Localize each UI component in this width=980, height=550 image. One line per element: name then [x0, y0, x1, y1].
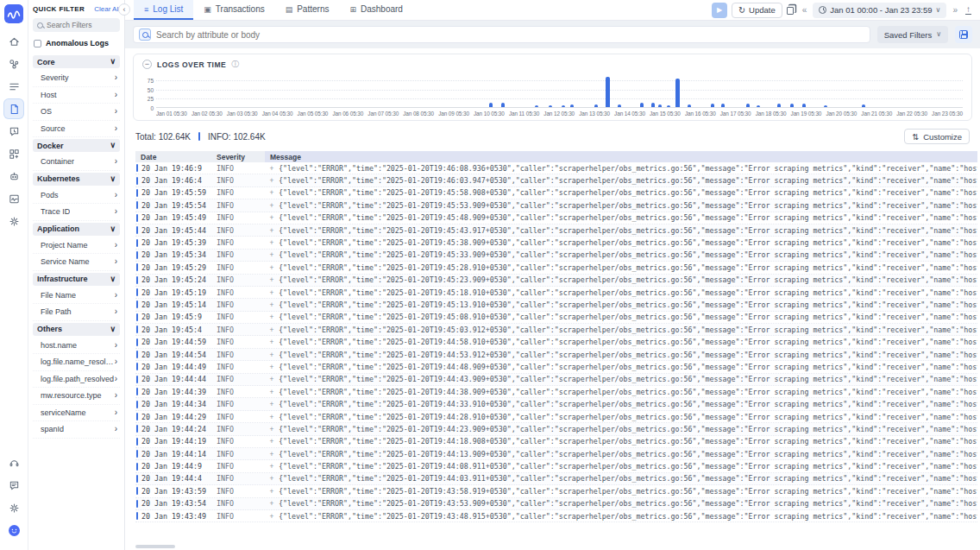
expand-icon[interactable]: +: [265, 413, 279, 421]
chart-bar[interactable]: [489, 103, 493, 107]
log-row[interactable]: 20 Jan 19:43:49INFO+{"level":"ERROR","ti…: [135, 510, 977, 522]
saved-filters-dropdown[interactable]: Saved Filters ∨: [877, 26, 948, 43]
filter-item-log-file-path-resolved[interactable]: log.file.path_resolved›: [33, 371, 120, 389]
chart-bar[interactable]: [862, 104, 865, 107]
support-icon[interactable]: [4, 453, 23, 472]
log-row[interactable]: 20 Jan 19:45:54INFO+{"level":"ERROR","ti…: [135, 199, 977, 212]
log-row[interactable]: 20 Jan 19:45:49INFO+{"level":"ERROR","ti…: [135, 212, 977, 224]
log-search-icon[interactable]: [4, 99, 23, 118]
chart-bar[interactable]: [688, 104, 691, 107]
expand-icon[interactable]: +: [265, 176, 279, 185]
log-row[interactable]: 20 Jan 19:44:14INFO+{"level":"ERROR","ti…: [135, 448, 977, 460]
chart-bar[interactable]: [667, 105, 670, 107]
chart-bar[interactable]: [746, 104, 750, 107]
expand-icon[interactable]: +: [265, 326, 279, 334]
logs-icon[interactable]: [4, 77, 23, 96]
chart-bar[interactable]: [570, 104, 574, 107]
filter-section-application[interactable]: Application∨: [33, 223, 120, 236]
advanced-settings-icon[interactable]: [4, 212, 23, 231]
log-row[interactable]: 20 Jan 19:44:39INFO+{"level":"ERROR","ti…: [135, 386, 977, 398]
chart-bar[interactable]: [777, 104, 781, 107]
expand-icon[interactable]: +: [265, 188, 279, 197]
chart-bar[interactable]: [675, 79, 680, 107]
filter-item-host[interactable]: Host›: [33, 87, 120, 104]
log-row[interactable]: 20 Jan 19:45:34INFO+{"level":"ERROR","ti…: [135, 250, 977, 262]
log-row[interactable]: 20 Jan 19:45:19INFO+{"level":"ERROR","ti…: [135, 287, 977, 299]
chart-bar[interactable]: [640, 103, 644, 107]
chart-bar[interactable]: [594, 104, 598, 107]
expand-icon[interactable]: +: [265, 499, 279, 508]
time-prev-icon[interactable]: «: [801, 5, 809, 15]
log-row[interactable]: 20 Jan 19:45:9INFO+{"level":"ERROR","tim…: [135, 312, 977, 324]
log-row[interactable]: 20 Jan 19:43:59INFO+{"level":"ERROR","ti…: [135, 485, 977, 497]
filter-item-trace-id[interactable]: Trace ID›: [33, 204, 120, 221]
expand-icon[interactable]: +: [265, 263, 279, 272]
log-row[interactable]: 20 Jan 19:44:4INFO+{"level":"ERROR","tim…: [135, 473, 977, 485]
log-row[interactable]: 20 Jan 19:45:39INFO+{"level":"ERROR","ti…: [135, 237, 977, 249]
clear-all-button[interactable]: Clear All: [94, 5, 120, 13]
update-button[interactable]: ↻ Update: [732, 3, 782, 18]
anomalous-logs-row[interactable]: Anomalous Logs: [34, 39, 119, 47]
log-row[interactable]: 20 Jan 19:44:59INFO+{"level":"ERROR","ti…: [135, 336, 977, 348]
chart-bar[interactable]: [824, 105, 827, 107]
info-icon[interactable]: ⓘ: [231, 59, 239, 70]
settings-icon[interactable]: [4, 498, 23, 517]
filter-item-servicename[interactable]: serviceName›: [33, 405, 120, 422]
expand-icon[interactable]: +: [265, 400, 279, 408]
chart-bar[interactable]: [757, 105, 760, 107]
log-row[interactable]: 20 Jan 19:44:44INFO+{"level":"ERROR","ti…: [135, 374, 977, 386]
chart-bar[interactable]: [562, 105, 565, 107]
expand-icon[interactable]: +: [265, 226, 279, 235]
log-row[interactable]: 20 Jan 19:45:29INFO+{"level":"ERROR","ti…: [135, 262, 977, 274]
expand-icon[interactable]: +: [265, 462, 279, 471]
date-range-picker[interactable]: Jan 01 00:00 - Jan 23 23:59 ∨: [813, 3, 946, 18]
infrastructure-icon[interactable]: [4, 54, 23, 73]
log-row[interactable]: 20 Jan 19:45:4INFO+{"level":"ERROR","tim…: [135, 324, 977, 336]
tab-transactions[interactable]: ▣Transactions: [193, 0, 274, 20]
expand-icon[interactable]: +: [265, 288, 279, 297]
filter-item-file-path[interactable]: File Path›: [33, 304, 120, 321]
expand-icon[interactable]: +: [265, 300, 279, 309]
log-row[interactable]: 20 Jan 19:44:19INFO+{"level":"ERROR","ti…: [135, 436, 977, 448]
chart-bar[interactable]: [658, 104, 662, 107]
expand-icon[interactable]: +: [265, 512, 279, 521]
filter-search-box[interactable]: [33, 18, 120, 32]
log-row[interactable]: 20 Jan 19:44:29INFO+{"level":"ERROR","ti…: [135, 411, 977, 423]
expand-icon[interactable]: +: [265, 388, 279, 396]
log-search-box[interactable]: [133, 26, 870, 43]
filter-section-docker[interactable]: Docker∨: [33, 139, 120, 152]
filter-item-mw-resource-type[interactable]: mw.resource.type›: [33, 388, 120, 405]
synthetics-icon[interactable]: [4, 189, 23, 208]
sidebar-collapse-button[interactable]: ‹: [118, 3, 130, 16]
time-next-icon[interactable]: »: [951, 5, 959, 15]
filter-section-others[interactable]: Others∨: [33, 323, 120, 336]
customize-button[interactable]: ⇅ Customize: [904, 129, 970, 144]
alerts-icon[interactable]: [4, 122, 23, 141]
log-row[interactable]: 20 Jan 19:45:59INFO+{"level":"ERROR","ti…: [135, 187, 977, 199]
log-row[interactable]: 20 Jan 19:46:4INFO+{"level":"ERROR","tim…: [135, 174, 977, 186]
filter-item-container[interactable]: Container›: [33, 154, 120, 171]
expand-icon[interactable]: +: [265, 313, 279, 321]
filter-item-source[interactable]: Source›: [33, 121, 120, 138]
expand-icon[interactable]: +: [265, 375, 279, 383]
live-tail-play-button[interactable]: ▶: [712, 3, 727, 18]
chart-bar[interactable]: [606, 77, 610, 107]
filter-search-input[interactable]: [47, 21, 116, 29]
log-row[interactable]: 20 Jan 19:44:24INFO+{"level":"ERROR","ti…: [135, 423, 977, 435]
filter-item-log-file-name-resolv-[interactable]: log.file.name_resolv...›: [33, 354, 120, 371]
log-row[interactable]: 20 Jan 19:44:9INFO+{"level":"ERROR","tim…: [135, 460, 977, 472]
filter-item-os[interactable]: OS›: [33, 104, 120, 121]
chart-bar[interactable]: [721, 104, 725, 107]
log-row[interactable]: 20 Jan 19:44:54INFO+{"level":"ERROR","ti…: [135, 349, 977, 361]
chart-bar[interactable]: [790, 104, 794, 107]
bot-icon[interactable]: [4, 167, 23, 186]
chart-bar[interactable]: [535, 105, 538, 107]
chart-bar[interactable]: [651, 103, 655, 107]
column-header-date[interactable]: Date: [135, 151, 211, 162]
feedback-icon[interactable]: [4, 476, 23, 495]
filter-section-kubernetes[interactable]: Kubernetes∨: [33, 173, 120, 186]
expand-icon[interactable]: +: [265, 437, 279, 446]
log-row[interactable]: 20 Jan 19:45:24INFO+{"level":"ERROR","ti…: [135, 275, 977, 287]
expand-icon[interactable]: +: [265, 201, 279, 210]
tab-patterns[interactable]: ▤Patterns: [275, 0, 340, 20]
